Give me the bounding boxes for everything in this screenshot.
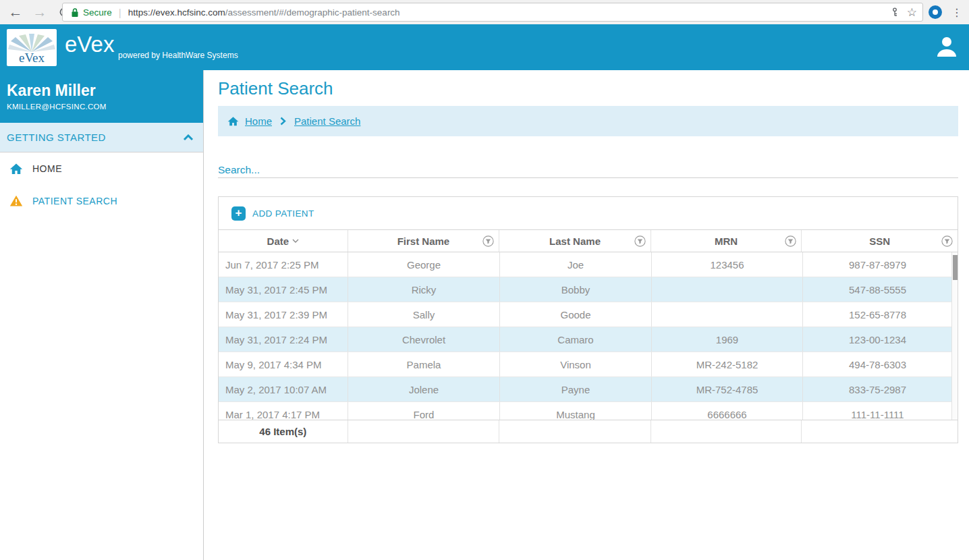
cell-mrn[interactable] bbox=[652, 302, 803, 327]
table-row[interactable]: May 31, 2017 2:45 PM Ricky Bobby 547-88-… bbox=[219, 277, 958, 302]
user-email: KMILLER@HCFSINC.COM bbox=[7, 103, 196, 111]
cell-last-name[interactable]: Goode bbox=[500, 302, 652, 327]
add-patient-label: ADD PATIENT bbox=[252, 208, 314, 219]
cell-mrn[interactable]: 123456 bbox=[652, 252, 803, 277]
sidebar-item-patient-search[interactable]: PATIENT SEARCH bbox=[0, 185, 203, 217]
cell-date[interactable]: May 9, 2017 4:34 PM bbox=[219, 352, 348, 376]
warning-icon bbox=[9, 194, 23, 208]
column-label: Last Name bbox=[549, 235, 601, 247]
cell-date[interactable]: Mar 1, 2017 4:17 PM bbox=[219, 402, 348, 420]
logo-starburst-icon bbox=[8, 34, 55, 52]
extension-icon[interactable] bbox=[929, 5, 942, 19]
cell-first-name[interactable]: Jolene bbox=[348, 377, 500, 401]
breadcrumb-link-home[interactable]: Home bbox=[245, 115, 272, 127]
sidebar-item-home[interactable]: HOME bbox=[0, 152, 203, 185]
cell-last-name[interactable]: Mustang bbox=[500, 402, 652, 420]
cell-first-name[interactable]: Ford bbox=[348, 402, 500, 420]
filter-icon[interactable] bbox=[634, 235, 646, 247]
evex-logo: eVex bbox=[7, 29, 57, 66]
column-label: Date bbox=[267, 235, 289, 247]
cell-mrn[interactable]: MR-242-5182 bbox=[652, 352, 803, 376]
column-header-first-name[interactable]: First Name bbox=[348, 230, 500, 252]
column-label: MRN bbox=[715, 235, 738, 247]
breadcrumb: Home Patient Search bbox=[218, 106, 958, 136]
cell-mrn[interactable]: 6666666 bbox=[652, 402, 803, 420]
browser-menu-icon[interactable]: ⋮ bbox=[951, 0, 962, 24]
browser-forward-button[interactable]: → bbox=[30, 0, 50, 24]
column-header-ssn[interactable]: SSN bbox=[802, 230, 958, 252]
column-header-last-name[interactable]: Last Name bbox=[499, 230, 651, 252]
breadcrumb-link-patient-search[interactable]: Patient Search bbox=[294, 115, 360, 127]
address-bar[interactable]: Secure | https://evex.hcfsinc.com/assess… bbox=[62, 3, 923, 22]
chevron-up-icon bbox=[183, 134, 194, 141]
cell-ssn[interactable]: 547-88-5555 bbox=[803, 277, 953, 302]
table-row[interactable]: May 9, 2017 4:34 PM Pamela Vinson MR-242… bbox=[219, 352, 958, 377]
app-name: eVex bbox=[65, 32, 114, 57]
plus-icon: + bbox=[231, 206, 246, 221]
url-path: /assessment/#/demographic-patient-search bbox=[225, 7, 400, 18]
url-origin: https://evex.hcfsinc.com bbox=[128, 7, 225, 18]
user-name: Karen Miller bbox=[7, 82, 196, 100]
cell-date[interactable]: Jun 7, 2017 2:25 PM bbox=[219, 252, 348, 277]
cell-mrn[interactable] bbox=[652, 277, 803, 302]
sidebar-item-label: PATIENT SEARCH bbox=[32, 196, 117, 206]
section-label: GETTING STARTED bbox=[7, 132, 183, 143]
sidebar-item-label: HOME bbox=[32, 163, 62, 174]
cell-date[interactable]: May 2, 2017 10:07 AM bbox=[219, 377, 348, 401]
table-toolbar: + ADD PATIENT bbox=[219, 197, 958, 229]
cell-first-name[interactable]: Chevrolet bbox=[348, 327, 500, 352]
cell-ssn[interactable]: 123-00-1234 bbox=[803, 327, 953, 352]
table-row[interactable]: Jun 7, 2017 2:25 PM George Joe 123456 98… bbox=[219, 252, 958, 277]
user-block: Karen Miller KMILLER@HCFSINC.COM bbox=[0, 70, 203, 123]
cell-mrn[interactable]: 1969 bbox=[652, 327, 803, 352]
url-text[interactable]: https://evex.hcfsinc.com/assessment/#/de… bbox=[128, 7, 400, 18]
cell-date[interactable]: May 31, 2017 2:24 PM bbox=[219, 327, 348, 352]
cell-last-name[interactable]: Bobby bbox=[500, 277, 652, 302]
table-footer-row: 46 Item(s) bbox=[219, 420, 958, 443]
table-row[interactable]: May 31, 2017 2:39 PM Sally Goode 152-65-… bbox=[219, 302, 958, 327]
sidebar-section-getting-started[interactable]: GETTING STARTED bbox=[0, 123, 203, 152]
table-scrollbar[interactable] bbox=[951, 252, 958, 420]
cell-last-name[interactable]: Payne bbox=[500, 377, 652, 401]
table-scrollbar-thumb[interactable] bbox=[953, 255, 958, 280]
profile-icon[interactable] bbox=[934, 34, 960, 62]
cell-mrn[interactable]: MR-752-4785 bbox=[652, 377, 803, 401]
column-header-date[interactable]: Date bbox=[219, 230, 348, 252]
bookmark-star-icon[interactable]: ☆ bbox=[907, 5, 917, 20]
cell-first-name[interactable]: Ricky bbox=[348, 277, 500, 302]
filter-icon[interactable] bbox=[482, 235, 494, 247]
url-separator: | bbox=[119, 7, 121, 18]
app-tagline: powered by HealthWare Systems bbox=[118, 51, 238, 60]
table-row[interactable]: Mar 1, 2017 4:17 PM Ford Mustang 6666666… bbox=[219, 402, 958, 420]
cell-last-name[interactable]: Joe bbox=[500, 252, 652, 277]
main-content: Patient Search Home Patient Search + ADD… bbox=[204, 70, 969, 560]
cell-ssn[interactable]: 833-75-2987 bbox=[803, 377, 953, 401]
filter-icon[interactable] bbox=[941, 235, 953, 247]
password-key-icon[interactable] bbox=[889, 7, 900, 18]
table-row[interactable]: May 2, 2017 10:07 AM Jolene Payne MR-752… bbox=[219, 377, 958, 402]
search-input[interactable] bbox=[218, 162, 958, 178]
add-patient-button[interactable]: + ADD PATIENT bbox=[231, 206, 314, 221]
cell-first-name[interactable]: George bbox=[348, 252, 500, 277]
cell-ssn[interactable]: 494-78-6303 bbox=[803, 352, 953, 376]
table-body: Jun 7, 2017 2:25 PM George Joe 123456 98… bbox=[219, 252, 958, 420]
cell-date[interactable]: May 31, 2017 2:39 PM bbox=[219, 302, 348, 327]
security-chip[interactable]: Secure bbox=[63, 7, 119, 18]
sort-chevron-icon bbox=[292, 239, 299, 243]
filter-icon[interactable] bbox=[785, 235, 796, 247]
column-header-mrn[interactable]: MRN bbox=[651, 230, 802, 252]
app-header: eVex eVex powered by HealthWare Systems bbox=[0, 24, 969, 70]
cell-ssn[interactable]: 111-11-1111 bbox=[803, 402, 953, 420]
item-count: 46 Item(s) bbox=[259, 426, 306, 437]
cell-first-name[interactable]: Sally bbox=[348, 302, 500, 327]
cell-date[interactable]: May 31, 2017 2:45 PM bbox=[219, 277, 348, 302]
cell-first-name[interactable]: Pamela bbox=[348, 352, 500, 376]
sidebar: Karen Miller KMILLER@HCFSINC.COM GETTING… bbox=[0, 70, 204, 560]
table-row[interactable]: May 31, 2017 2:24 PM Chevrolet Camaro 19… bbox=[219, 327, 958, 352]
cell-ssn[interactable]: 152-65-8778 bbox=[803, 302, 953, 327]
cell-last-name[interactable]: Camaro bbox=[500, 327, 652, 352]
secure-label: Secure bbox=[83, 7, 112, 18]
cell-last-name[interactable]: Vinson bbox=[500, 352, 652, 376]
cell-ssn[interactable]: 987-87-8979 bbox=[803, 252, 953, 277]
browser-back-button[interactable]: ← bbox=[5, 0, 26, 24]
